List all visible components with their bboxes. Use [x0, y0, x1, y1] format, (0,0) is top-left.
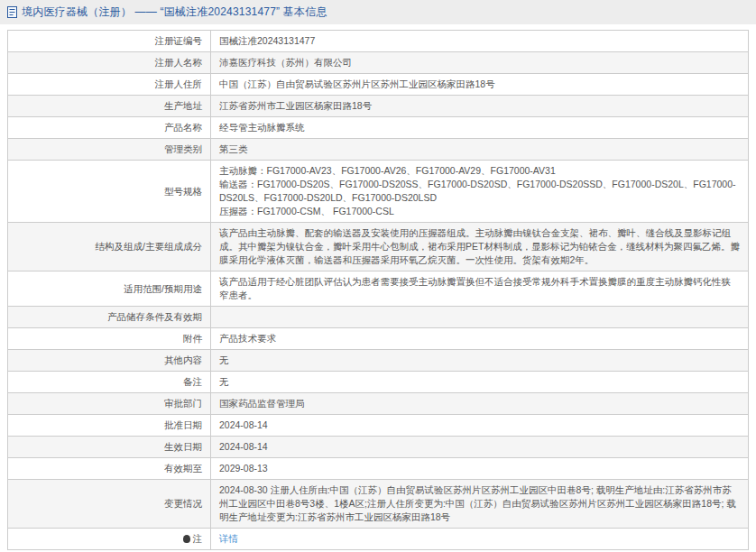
- table-row: 其他内容无: [8, 350, 749, 372]
- row-value: [211, 307, 749, 328]
- table-row: 注册证编号国械注准20243131477: [8, 31, 749, 52]
- row-label-text: 变更情况: [164, 498, 202, 509]
- row-label-text: 注册证编号: [155, 35, 203, 46]
- row-label: 适用范围/预期用途: [8, 271, 211, 307]
- row-label-text: 管理类别: [164, 143, 202, 154]
- table-row: 变更情况2024-08-30 注册人住所由:中国（江苏）自由贸易试验区苏州片区苏…: [8, 480, 749, 529]
- table-row: 生效日期2024-08-14: [8, 437, 749, 458]
- row-value: 国家药品监督管理局: [211, 393, 749, 415]
- note-icon: [183, 535, 190, 543]
- row-label-text: 注: [193, 533, 203, 544]
- row-label-text: 型号规格: [164, 186, 202, 197]
- row-label-text: 注册人名称: [155, 57, 203, 68]
- row-label: 型号规格: [8, 161, 211, 223]
- row-label: 附件: [8, 328, 211, 350]
- row-label-text: 有效期至: [164, 463, 202, 474]
- row-value: 经导管主动脉瓣系统: [211, 117, 749, 139]
- table-row: 批准日期2024-08-14: [8, 415, 749, 437]
- row-label-text: 产品储存条件及有效期: [107, 311, 202, 322]
- row-label: 产品储存条件及有效期: [8, 307, 211, 328]
- table-row: 生产地址江苏省苏州市工业园区杨家田路18号: [8, 96, 749, 117]
- row-label: 注册人名称: [8, 52, 211, 74]
- row-label: 管理类别: [8, 139, 211, 161]
- row-value: 中国（江苏）自由贸易试验区苏州片区苏州工业园区杨家田路18号: [211, 74, 749, 96]
- table-row: 管理类别第三类: [8, 139, 749, 161]
- row-label: 注册人住所: [8, 74, 211, 96]
- row-value: 产品技术要求: [211, 328, 749, 350]
- row-label-text: 其他内容: [164, 354, 202, 365]
- table-row: 型号规格主动脉瓣：FG17000-AV23、FG17000-AV26、FG170…: [8, 161, 749, 223]
- row-label-text: 生效日期: [164, 441, 202, 452]
- detail-link[interactable]: 详情: [219, 533, 238, 544]
- row-value: 2029-08-13: [211, 458, 749, 480]
- row-label: 注: [8, 529, 211, 550]
- row-label-text: 适用范围/预期用途: [124, 283, 202, 294]
- row-label-text: 批准日期: [164, 419, 202, 430]
- row-label: 生效日期: [8, 437, 211, 458]
- row-label-text: 结构及组成/主要组成成分: [96, 241, 202, 252]
- row-value: 详情: [211, 529, 749, 550]
- row-label: 变更情况: [8, 480, 211, 529]
- table-row: 结构及组成/主要组成成分该产品由主动脉瓣、配套的输送器及安装使用的压握器组成。主…: [8, 223, 749, 271]
- page-header: 境内医疗器械（注册） —— “国械注准20243131477” 基本信息: [0, 0, 756, 24]
- row-label: 审批部门: [8, 393, 211, 415]
- row-label: 批准日期: [8, 415, 211, 437]
- row-value: 2024-08-14: [211, 415, 749, 437]
- table-row: 附件产品技术要求: [8, 328, 749, 350]
- row-label-text: 产品名称: [164, 122, 202, 133]
- row-value: 国械注准20243131477: [211, 31, 749, 52]
- row-value: 沛嘉医疗科技（苏州）有限公司: [211, 52, 749, 74]
- table-row: 有效期至2029-08-13: [8, 458, 749, 480]
- row-value: 无: [211, 350, 749, 372]
- row-value: 江苏省苏州市工业园区杨家田路18号: [211, 96, 749, 117]
- row-label: 结构及组成/主要组成成分: [8, 223, 211, 271]
- table-row: 注详情: [8, 529, 749, 550]
- row-label-text: 生产地址: [164, 100, 202, 111]
- row-value: 无: [211, 372, 749, 393]
- row-value: 该产品适用于经心脏团队评估认为患者需要接受主动脉瓣置换但不适合接受常规外科手术置…: [211, 271, 749, 307]
- table-row: 注册人住所中国（江苏）自由贸易试验区苏州片区苏州工业园区杨家田路18号: [8, 74, 749, 96]
- row-label: 备注: [8, 372, 211, 393]
- row-label: 有效期至: [8, 458, 211, 480]
- row-label: 其他内容: [8, 350, 211, 372]
- row-value: 主动脉瓣：FG17000-AV23、FG17000-AV26、FG17000-A…: [211, 161, 749, 223]
- row-label-text: 注册人住所: [155, 78, 203, 89]
- row-value: 该产品由主动脉瓣、配套的输送器及安装使用的压握器组成。主动脉瓣由镍钛合金支架、裙…: [211, 223, 749, 271]
- table-row: 适用范围/预期用途该产品适用于经心脏团队评估认为患者需要接受主动脉瓣置换但不适合…: [8, 271, 749, 307]
- document-icon: [7, 6, 17, 18]
- table-row: 产品名称经导管主动脉瓣系统: [8, 117, 749, 139]
- table-row: 产品储存条件及有效期: [8, 307, 749, 328]
- info-table-body: 注册证编号国械注准20243131477注册人名称沛嘉医疗科技（苏州）有限公司注…: [8, 31, 749, 550]
- info-table: 注册证编号国械注准20243131477注册人名称沛嘉医疗科技（苏州）有限公司注…: [7, 30, 749, 550]
- row-label: 产品名称: [8, 117, 211, 139]
- row-value: 第三类: [211, 139, 749, 161]
- row-label: 注册证编号: [8, 31, 211, 52]
- row-label-text: 审批部门: [164, 398, 202, 409]
- row-value: 2024-08-30 注册人住所由:中国（江苏）自由贸易试验区苏州片区苏州工业园…: [211, 480, 749, 529]
- table-row: 审批部门国家药品监督管理局: [8, 393, 749, 415]
- row-label-text: 备注: [183, 376, 202, 387]
- row-value: 2024-08-14: [211, 437, 749, 458]
- row-label: 生产地址: [8, 96, 211, 117]
- table-row: 备注无: [8, 372, 749, 393]
- page-title: 境内医疗器械（注册） —— “国械注准20243131477” 基本信息: [22, 5, 327, 20]
- table-row: 注册人名称沛嘉医疗科技（苏州）有限公司: [8, 52, 749, 74]
- row-label-text: 附件: [183, 333, 202, 344]
